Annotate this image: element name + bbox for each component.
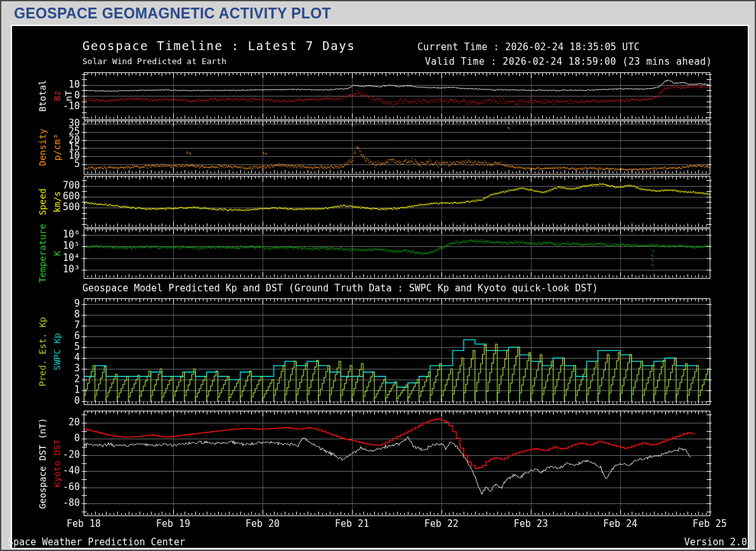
y-tick-label-temperature: 10⁵ <box>29 241 80 251</box>
x-tick-label: Feb 21 <box>327 519 377 529</box>
axis-label-swpc-kp: SWPC Kp <box>53 333 62 370</box>
axis-label-km-s: km/s <box>53 191 62 213</box>
footer-source: Space Weather Prediction Center <box>8 537 185 548</box>
axis-label-speed: Speed <box>38 188 48 215</box>
current-time: Current Time : 2026-02-24 18:35:05 UTC <box>417 42 640 53</box>
axis-label-bz: Bz <box>53 91 62 102</box>
y-tick-label-kp: 9 <box>29 298 80 309</box>
axis-label-density: Density <box>38 128 48 166</box>
x-tick-label: Feb 20 <box>237 519 288 529</box>
axis-label-temperature: Temperature <box>38 224 48 283</box>
x-tick-label: Feb 25 <box>684 519 735 529</box>
y-tick-label-bfield: -10 <box>29 101 80 112</box>
y-tick-label-kp: 7 <box>29 320 80 331</box>
x-tick-label: Feb 18 <box>58 519 109 529</box>
y-tick-label-temperature: 10⁶ <box>29 229 80 240</box>
axis-label-nt: nT <box>64 91 74 102</box>
axis-label-p-cm: p/cm³ <box>53 134 62 161</box>
x-tick-label: Feb 19 <box>148 519 199 529</box>
y-tick-label-kp: 8 <box>29 309 80 320</box>
y-tick-label-temperature: 10³ <box>29 264 80 275</box>
y-tick-label-speed: 700 <box>29 180 80 191</box>
valid-time: Valid Time : 2026-02-24 18:59:00 (23 min… <box>425 56 712 67</box>
header-bar: GEOSPACE GEOMAGNETIC ACTIVITY PLOT <box>1 1 755 24</box>
y-tick-label-bfield: 10 <box>29 79 80 90</box>
page: GEOSPACE GEOMAGNETIC ACTIVITY PLOT Geosp… <box>0 0 756 551</box>
y-tick-label-dst: 20 <box>29 417 80 428</box>
x-tick-label: Feb 22 <box>416 519 467 529</box>
x-tick-label: Feb 23 <box>505 519 556 529</box>
y-tick-label-kp: 2 <box>29 374 80 385</box>
footer-version: Version 2.0 <box>684 537 747 548</box>
axis-label-k: K <box>53 251 62 256</box>
x-tick-label: Feb 24 <box>595 519 646 529</box>
axis-label-btotal: Btotal <box>38 80 48 112</box>
plot-title: Geospace Timeline : Latest 7 Days <box>82 39 355 53</box>
axis-label-pred-est-kp: Pred. Est. Kp <box>38 317 48 387</box>
y-tick-label-kp: 0 <box>29 395 80 406</box>
axis-label-kyoto-dst: Kyoto DST <box>53 439 62 488</box>
axis-label-geospace-dst-nt: Geospace DST (nT) <box>38 418 48 508</box>
kp-dst-section-title: Geospace Model Predicted Kp and DST (Gro… <box>82 283 598 294</box>
y-tick-label-kp: 1 <box>29 385 80 395</box>
page-title: GEOSPACE GEOMAGNETIC ACTIVITY PLOT <box>14 5 331 22</box>
solar-wind-subtitle: Solar Wind Predicted at Earth <box>82 57 226 66</box>
y-tick-label-dst: -80 <box>29 498 80 508</box>
